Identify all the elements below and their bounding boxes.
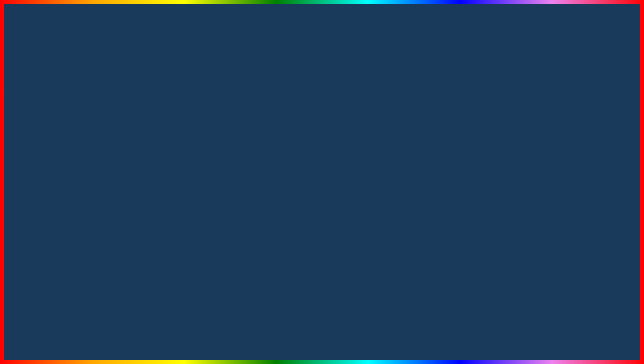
right-nav-teleport[interactable]: ⊙ Teleport (451, 220, 613, 231)
buy-chip-btn[interactable]: Mua Chip Đã Chọn (456, 243, 609, 255)
chip-dropdown[interactable]: Chip Cần Mua : ▲ (456, 171, 609, 182)
right-nav-main[interactable]: ⚙ Main (451, 126, 613, 137)
start-farm-label: Bắt Đầu Farm (40, 235, 65, 240)
script-pastebin-text: SCRIPT PASTEBIN (345, 329, 524, 352)
right-player-icon: 👤 (456, 160, 462, 166)
right-nav-main-label: Main (465, 129, 474, 134)
mobile-label: MOBILE ✔ (32, 132, 169, 158)
right-nav-race-label: Race V4 (465, 150, 480, 155)
left-nav-player-label: Player (45, 186, 56, 191)
title-blox-fruits: BLOX FRUITS (0, 7, 644, 73)
bf-logo-skull-small: 💀 (566, 317, 577, 327)
farm-mode-dropdown[interactable]: Chế Độ Farm : Farm Theo Lever ▼ (35, 196, 188, 207)
chip-item-sand[interactable]: Sand (456, 197, 608, 208)
right-dungeon-icon: ⚔ (456, 233, 462, 239)
right-nav-player-label: Player (465, 161, 476, 166)
start-farm-checkbox[interactable] (179, 235, 184, 240)
right-main-icon: ⚙ (456, 128, 462, 134)
farm-mode-label: Chế Độ Farm : Farm Theo Lever (40, 199, 98, 204)
right-nav-teleport-label: Teleport (465, 223, 479, 228)
right-nav-player[interactable]: 👤 Player (451, 158, 613, 169)
bf-logo-fruits: FRUITS (536, 333, 611, 354)
bf-logo-x: X (580, 311, 594, 333)
mobile-android-labels: MOBILE ✔ ANDROID ✔ (32, 132, 169, 185)
chip-list: Human: Buddha Sand Bird: Phoenix (456, 185, 609, 220)
character-figure (292, 83, 352, 250)
right-teleport-icon: ⊙ (456, 222, 462, 228)
player-icon: 👤 (35, 186, 41, 192)
farm-mode-arrow: ▼ (180, 199, 184, 204)
main-title-area: BLOX FRUITS (0, 7, 644, 73)
right-weapons-icon: ✕ (456, 139, 462, 145)
left-panel-header: ⊞ BLCK HUB V2 (31, 104, 193, 115)
right-nav-dungeon[interactable]: ⚔ Dungeon (451, 231, 613, 241)
start-farm-btn[interactable]: Bắt Đầu Farm (35, 232, 188, 243)
dungeon-icon: ⚔ (35, 222, 41, 228)
left-nav-teleport-label: Teleport (45, 212, 59, 216)
chip-item-phoenix[interactable]: Bird: Phoenix (456, 208, 608, 220)
bf-logo-bl: BL (536, 311, 563, 333)
bf-logo: 💀 BL 💀 X FRUITS (536, 276, 611, 354)
main-icon: ⚙ (35, 118, 41, 124)
right-race-icon: 📊 (456, 150, 462, 156)
mobile-checkmark: ✔ (130, 132, 150, 158)
right-nav-weapons[interactable]: ✕ Weapons (451, 137, 613, 147)
use-dungeon-label: Use in Dungeon Only! (451, 115, 613, 126)
android-label: ANDROID ✔ (32, 158, 169, 185)
character-area (272, 67, 372, 267)
skull-icon: 💀 (562, 282, 585, 304)
left-panel-title: BLCK HUB V2 (41, 107, 70, 112)
chip-dropdown-arrow: ▲ (600, 174, 604, 179)
left-nav-main[interactable]: ⚙ Main (31, 115, 193, 126)
buy-chip-label: Mua Chip Đã Chọn (460, 247, 494, 251)
right-nav-dungeon-label: Dungeon (465, 234, 481, 238)
item-farm-dropdown-arrow: ▼ (180, 131, 184, 136)
left-nav-teleport[interactable]: ⊙ Teleport (31, 209, 193, 219)
right-nav-weapons-label: Weapons (465, 140, 482, 144)
left-nav-main-label: Main (45, 118, 53, 123)
left-nav-player[interactable]: 👤 Player (31, 183, 193, 194)
right-panel-subtitle: Main (462, 107, 470, 112)
left-nav-dungeon-label: Dungeon (45, 222, 61, 227)
buy-chip-checkbox[interactable] (599, 246, 604, 252)
right-nav-race[interactable]: 📊 Race V4 (451, 147, 613, 158)
left-nav-dungeon[interactable]: ⚔ Dungeon (31, 219, 193, 230)
right-panel: ⊞ Main Use in Dungeon Only! ⚙ Main ✕ Wea… (450, 104, 614, 261)
auto-farm-text: AUTO FARM (120, 314, 337, 355)
right-panel-header: ⊞ Main (451, 104, 613, 115)
chip-item-buddha[interactable]: Human: Buddha (456, 185, 608, 197)
chip-dropdown-label: Chip Cần Mua : (460, 174, 490, 179)
teleport-icon: ⊙ (35, 211, 41, 217)
android-checkmark: ✔ (149, 158, 169, 185)
